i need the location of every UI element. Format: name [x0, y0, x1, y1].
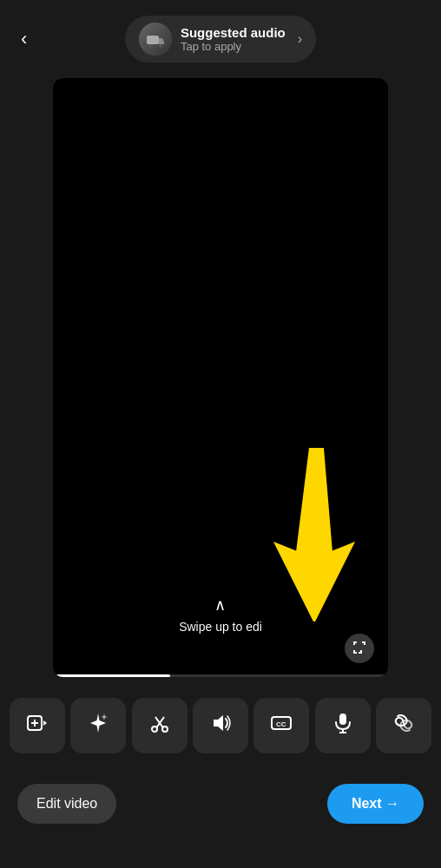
- captions-button[interactable]: CC: [253, 698, 309, 753]
- svg-text:CC: CC: [276, 720, 286, 728]
- svg-point-1: [148, 44, 152, 48]
- swipe-hint-text: Swipe up to edi: [179, 620, 262, 634]
- fullscreen-icon: [352, 641, 366, 657]
- audio-subtitle: Tap to apply: [181, 40, 286, 53]
- mic-icon: [332, 712, 354, 740]
- add-clip-icon: [26, 712, 49, 740]
- progress-bar[interactable]: [53, 674, 388, 677]
- svg-rect-10: [339, 713, 346, 725]
- volume-button[interactable]: [193, 698, 248, 753]
- video-preview: ∧ Swipe up to edi: [53, 78, 388, 677]
- audio-thumbnail: [139, 23, 172, 56]
- effects-icon: [87, 712, 109, 740]
- audio-thumbnail-image: [139, 23, 172, 56]
- captions-icon: CC: [270, 712, 293, 740]
- svg-point-6: [152, 727, 157, 732]
- header: ‹ Suggested audio Tap to apply ›: [0, 0, 441, 78]
- mic-button[interactable]: [315, 698, 371, 753]
- trim-icon: [148, 712, 171, 740]
- volume-icon: [209, 712, 232, 740]
- next-button[interactable]: Next →: [327, 784, 424, 824]
- swirl-effects-button[interactable]: [376, 698, 431, 753]
- fullscreen-button[interactable]: [345, 634, 374, 663]
- trim-button[interactable]: [132, 698, 188, 753]
- bottom-actions: Edit video Next →: [0, 769, 441, 838]
- edit-video-button[interactable]: Edit video: [17, 784, 116, 824]
- arrow-overlay: [258, 448, 371, 625]
- progress-bar-fill: [53, 674, 170, 677]
- suggested-audio-pill[interactable]: Suggested audio Tap to apply ›: [125, 16, 316, 62]
- audio-chevron-icon: ›: [298, 31, 302, 47]
- effects-button[interactable]: [70, 698, 126, 753]
- back-button[interactable]: ‹: [14, 21, 34, 57]
- svg-rect-0: [147, 36, 159, 44]
- swipe-chevron-icon: ∧: [214, 595, 226, 615]
- svg-point-7: [162, 727, 168, 732]
- swirl-icon: [392, 712, 415, 740]
- audio-title: Suggested audio: [181, 25, 286, 40]
- toolbar: CC: [0, 682, 441, 769]
- svg-point-2: [159, 44, 162, 48]
- swipe-hint: ∧ Swipe up to edi: [179, 595, 262, 634]
- audio-text: Suggested audio Tap to apply: [181, 25, 286, 53]
- add-clip-button[interactable]: [10, 698, 65, 753]
